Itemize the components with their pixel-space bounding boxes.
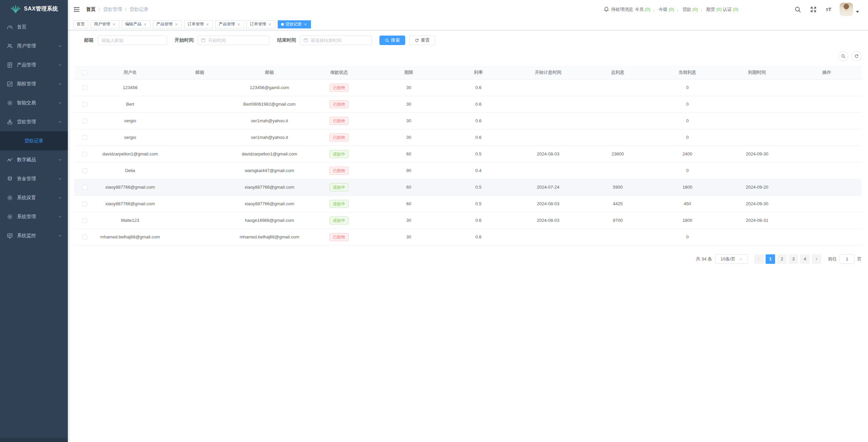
cell-current_interest: 1800: [653, 212, 722, 229]
sidebar-item-digital-collectibles[interactable]: 数字藏品: [0, 150, 68, 169]
font-size-icon[interactable]: тT: [826, 6, 831, 13]
tab-用户管理[interactable]: 用户管理: [91, 20, 119, 28]
breadcrumb-item[interactable]: 首页: [86, 6, 96, 13]
cell-current_interest: 1600: [653, 179, 722, 195]
row-checkbox[interactable]: [82, 152, 87, 156]
user-avatar[interactable]: [840, 3, 853, 16]
column-header: 当前利息: [653, 66, 722, 79]
cell-current_interest: 0: [653, 162, 722, 179]
row-checkbox[interactable]: [82, 202, 87, 206]
sidebar-item-label: 资金管理: [17, 176, 58, 182]
close-icon[interactable]: [112, 22, 116, 26]
tab-label: 首页: [77, 21, 85, 27]
search-icon[interactable]: [794, 6, 801, 13]
start-time-input[interactable]: [198, 36, 270, 45]
sidebar: SAX管理系统 首页用户管理产品管理期权管理智能交易贷款管理贷款记录数字藏品资金…: [0, 0, 68, 442]
row-checkbox[interactable]: [82, 168, 87, 173]
sidebar-item-loan-management[interactable]: 贷款管理: [0, 112, 68, 131]
show-search-button[interactable]: [838, 51, 848, 61]
cell-email: [165, 146, 234, 162]
close-icon[interactable]: [303, 22, 308, 26]
row-checkbox[interactable]: [82, 135, 87, 140]
sidebar-subitem-loan-records[interactable]: 贷款记录: [0, 131, 68, 150]
column-header: 借款状态: [304, 66, 374, 79]
page-button-3[interactable]: 3: [789, 254, 798, 264]
fullscreen-icon[interactable]: [810, 6, 817, 13]
notice-count: (0): [645, 7, 650, 12]
cell-total_interest: [583, 129, 652, 146]
goto-page: 前往 页: [828, 254, 862, 264]
close-icon[interactable]: [268, 22, 272, 26]
chevron-down-icon: [739, 257, 743, 261]
breadcrumb-item[interactable]: 贷款记录: [130, 6, 149, 13]
reset-button[interactable]: 重置: [409, 36, 435, 45]
breadcrumb-item[interactable]: 贷款管理: [103, 6, 122, 13]
email-input[interactable]: [98, 36, 167, 45]
sidebar-item-system-settings[interactable]: 系统设置: [0, 188, 68, 207]
page-size-select[interactable]: 10条/页: [715, 254, 748, 264]
cell-rate: 0.6: [443, 112, 513, 129]
page-button-4[interactable]: 4: [800, 254, 810, 264]
tab-label: 贷款记录: [285, 21, 302, 27]
tab-订单管理[interactable]: 订单管理: [246, 20, 275, 28]
breadcrumb-separator: /: [125, 7, 126, 12]
close-icon[interactable]: [174, 22, 178, 26]
select-all-header: [74, 66, 95, 79]
search-button[interactable]: 搜索: [379, 36, 405, 45]
sidebar-item-system-monitor[interactable]: 系统监控: [0, 226, 68, 245]
notice-prefix: 待处理消息: [611, 6, 633, 13]
close-icon[interactable]: [237, 22, 241, 26]
tab-产品管理[interactable]: 产品管理: [215, 20, 244, 28]
avatar-caret-icon[interactable]: [856, 11, 859, 13]
column-header: 用户名: [95, 66, 165, 79]
pagination: 共 34 条 10条/页 1234 前往 页: [74, 254, 862, 264]
tab-贷款记录-active[interactable]: 贷款记录: [278, 20, 311, 28]
notice-count: (0): [692, 7, 698, 12]
row-checkbox[interactable]: [82, 235, 87, 239]
close-icon[interactable]: [205, 22, 210, 26]
sidebar-item-options-management[interactable]: 期权管理: [0, 75, 68, 93]
goto-page-input[interactable]: [840, 254, 854, 264]
hamburger-icon[interactable]: [73, 6, 80, 13]
cell-interest_start: 2024-07-24: [513, 179, 583, 195]
table-row: davidzarpellon1@gmail.comdavidzarpellon1…: [74, 146, 862, 162]
page-button-2[interactable]: 2: [777, 254, 787, 264]
cell-current_interest: 2400: [653, 146, 722, 162]
sidebar-item-smart-trading[interactable]: 智能交易: [0, 93, 68, 112]
page-button-1[interactable]: 1: [766, 254, 775, 264]
refresh-table-button[interactable]: [851, 51, 862, 61]
cell-due: [722, 162, 792, 179]
cell-username: davidzarpellon1@gmail.com: [95, 146, 165, 162]
bell-icon[interactable]: [604, 6, 609, 12]
next-page-button[interactable]: [812, 254, 821, 264]
cell-term: 30: [374, 129, 443, 146]
cell-username: xiaoy887766@gmail.com: [95, 195, 165, 212]
close-icon[interactable]: [143, 22, 147, 26]
tab-编辑产品[interactable]: 编辑产品: [122, 20, 151, 28]
tab-首页[interactable]: 首页: [73, 20, 88, 28]
cell-email2: ser1mah@yahoo.it: [235, 129, 304, 146]
row-checkbox[interactable]: [82, 102, 87, 107]
sidebar-item-user-management[interactable]: 用户管理: [0, 37, 68, 56]
trend-icon: [7, 157, 13, 163]
chevron-down-icon: [58, 44, 62, 48]
end-time-input[interactable]: [300, 36, 372, 45]
tab-订单管理[interactable]: 订单管理: [184, 20, 213, 28]
select-all-checkbox[interactable]: [82, 70, 87, 75]
status-badge: 已拒绝: [330, 133, 349, 142]
tab-产品管理[interactable]: 产品管理: [153, 20, 182, 28]
cell-username: sergio: [95, 129, 165, 146]
status-badge: 还款中: [330, 183, 349, 191]
notice-comma: ，: [652, 7, 656, 12]
chevron-down-icon: [58, 157, 62, 162]
row-checkbox[interactable]: [82, 218, 87, 223]
sidebar-item-home[interactable]: 首页: [0, 18, 68, 37]
row-checkbox[interactable]: [82, 119, 87, 123]
row-checkbox[interactable]: [82, 185, 87, 190]
sidebar-item-product-management[interactable]: 产品管理: [0, 56, 68, 75]
row-checkbox[interactable]: [82, 85, 87, 90]
sidebar-item-system-management[interactable]: 系统管理: [0, 207, 68, 226]
prev-page-button[interactable]: [754, 254, 764, 264]
pending-messages: 待处理消息 今充 (0)， 今提 (0)， 贷款 (0)， 期货 (0) 认证 …: [604, 6, 738, 13]
sidebar-item-fund-management[interactable]: 资金管理: [0, 169, 68, 188]
